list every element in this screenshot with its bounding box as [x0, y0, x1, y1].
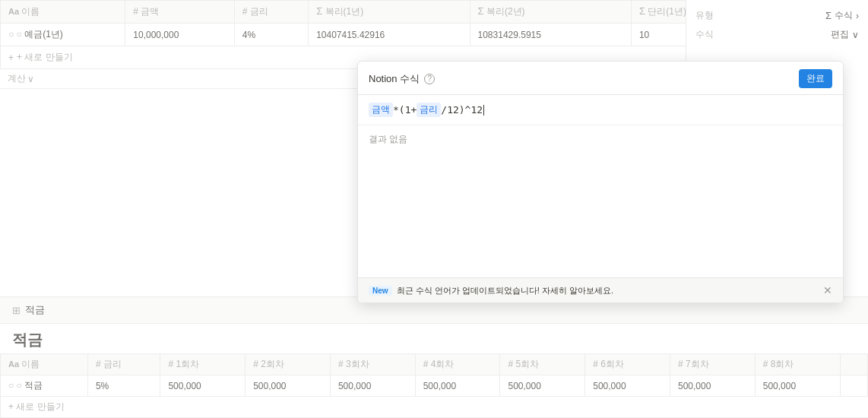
main-container: Aa 이름 # 금액 # 금리 Σ 복리(1년) — [0, 0, 868, 418]
formula-popup-header: Notion 수식 ? 완료 — [358, 62, 843, 95]
formula-popup: Notion 수식 ? 완료 금액 *(1+ 금리 /12)^12 결과 없음 … — [357, 61, 844, 303]
formula-footer: New 최근 수식 언어가 업데이트되었습니다! 자세히 알아보세요. ✕ — [358, 277, 843, 302]
formula-plain-2: /12)^12 — [441, 104, 483, 116]
formula-plain-1: *(1+ — [393, 104, 417, 116]
formula-popup-title: Notion 수식 ? — [369, 72, 435, 86]
formula-result: 결과 없음 — [358, 125, 843, 277]
formula-chip-rate: 금리 — [417, 103, 441, 117]
formula-close-button[interactable]: ✕ — [823, 284, 832, 296]
help-icon[interactable]: ? — [424, 74, 435, 84]
complete-button[interactable]: 완료 — [799, 69, 832, 88]
help-icon-text: ? — [427, 74, 432, 83]
footer-message[interactable]: 최근 수식 언어가 업데이트되었습니다! 자세히 알아보세요. — [397, 285, 613, 296]
new-badge: New — [369, 286, 392, 296]
formula-footer-text: New 최근 수식 언어가 업데이트되었습니다! 자세히 알아보세요. — [369, 285, 613, 296]
formula-input-area[interactable]: 금액 *(1+ 금리 /12)^12 — [358, 95, 843, 125]
formula-chip-amount: 금액 — [369, 103, 393, 117]
formula-cursor — [483, 105, 484, 116]
formula-title-text: Notion 수식 — [369, 72, 420, 86]
formula-result-text: 결과 없음 — [369, 134, 407, 144]
formula-text: 금액 *(1+ 금리 /12)^12 — [369, 103, 484, 117]
